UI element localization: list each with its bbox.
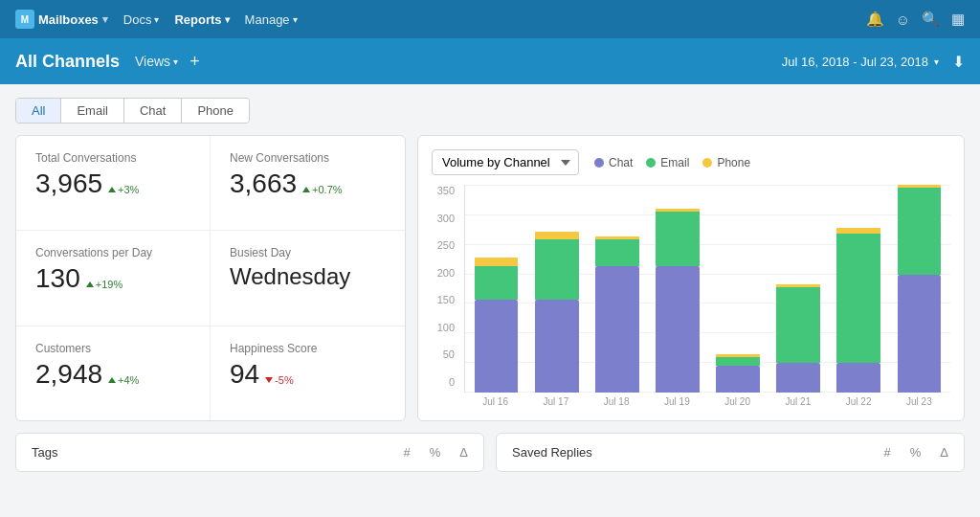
stat-value: 94 [230, 359, 259, 390]
stat-label: Busiest Day [230, 246, 386, 259]
smiley-icon[interactable]: ☺ [896, 11, 910, 28]
up-arrow-icon [302, 187, 310, 192]
chart-type-select[interactable]: Volume by Channel Volume by Assignee Vol… [432, 149, 579, 175]
stat-customers: Customers 2,948 +4% [16, 326, 211, 420]
x-label: Jul 21 [770, 396, 825, 407]
phone-dot [702, 158, 712, 168]
legend-email: Email [646, 156, 689, 169]
bar-phone [475, 258, 519, 266]
chart-panel: Volume by Channel Volume by Assignee Vol… [417, 135, 965, 421]
col-hash: # [404, 445, 411, 460]
legend-chat: Chat [594, 156, 633, 169]
stat-change: +19% [86, 279, 122, 290]
legend-phone: Phone [702, 156, 750, 169]
download-icon[interactable]: ⬇ [952, 53, 965, 71]
stat-busiest-day: Busiest Day Wednesday [211, 231, 405, 326]
table-header: Tags # % Δ [32, 445, 468, 460]
filter-tabs: All Email Chat Phone [15, 98, 250, 124]
col-delta: Δ [940, 445, 948, 460]
bell-icon[interactable]: 🔔 [866, 11, 884, 28]
stat-value: 2,948 [35, 359, 102, 390]
bar-chat [475, 300, 519, 393]
add-button[interactable]: + [189, 52, 200, 72]
legend-label: Chat [609, 156, 633, 169]
stat-happiness-score: Happiness Score 94 -5% [211, 326, 405, 420]
tags-table: Tags # % Δ [15, 433, 484, 472]
stats-panel: Total Conversations 3,965 +3% New Conver… [15, 135, 406, 421]
bottom-row: Tags # % Δ Saved Replies # % Δ [15, 433, 965, 472]
bar-email [776, 287, 820, 363]
bar-email [716, 357, 760, 366]
stat-value-row: 3,965 +3% [35, 169, 190, 199]
bar-email [535, 239, 579, 300]
bar-email [836, 234, 880, 363]
bar-email [475, 266, 519, 300]
bar-group [590, 185, 644, 393]
col-percent: % [910, 445, 922, 460]
stat-value: 3,965 [35, 169, 102, 199]
bar-group [832, 185, 886, 393]
bar-chat [776, 363, 820, 393]
stat-label: Conversations per Day [35, 246, 190, 259]
tab-phone[interactable]: Phone [182, 99, 249, 123]
stat-change: -5% [265, 374, 294, 386]
bar-chat [595, 266, 639, 393]
logo-text: Mailboxes [38, 12, 99, 27]
up-arrow-icon [86, 281, 94, 287]
chart-legend: Chat Email Phone [594, 156, 750, 169]
sub-nav: All Channels Views ▾ + Jul 16, 2018 - Ju… [0, 38, 980, 84]
chat-dot [594, 158, 604, 168]
nav-item-reports[interactable]: Reports ▾ [174, 12, 229, 27]
legend-label: Email [660, 156, 689, 169]
up-arrow-icon [108, 187, 116, 192]
stat-change: +3% [108, 184, 139, 195]
stat-value-row: 2,948 +4% [35, 359, 190, 390]
stat-label: Total Conversations [35, 151, 190, 165]
x-label: Jul 18 [590, 396, 644, 407]
bar-phone [535, 232, 579, 239]
up-arrow-icon [108, 377, 116, 383]
bar-group [892, 185, 947, 393]
chart-header: Volume by Channel Volume by Assignee Vol… [432, 149, 950, 175]
x-label: Jul 23 [892, 396, 947, 407]
page-title: All Channels [15, 52, 120, 72]
bar-email [656, 212, 700, 266]
tab-chat[interactable]: Chat [124, 99, 182, 123]
stat-value-row: 130 +19% [35, 263, 190, 294]
main-content: All Email Chat Phone Total Conversations… [0, 84, 980, 485]
bar-email [595, 239, 639, 266]
stat-value-row: 3,663 +0.7% [230, 169, 386, 199]
stat-value: Wednesday [230, 263, 350, 290]
logo-icon: M [15, 10, 34, 29]
table-cols: # % Δ [404, 445, 468, 460]
col-delta: Δ [459, 445, 468, 460]
col-hash: # [884, 445, 891, 460]
views-button[interactable]: Views ▾ [135, 54, 178, 69]
x-label: Jul 16 [468, 396, 523, 407]
stat-new-conversations: New Conversations 3,663 +0.7% [211, 136, 405, 231]
bar-email [898, 188, 942, 275]
nav-icons: 🔔 ☺ 🔍 ▦ [866, 11, 965, 28]
x-label: Jul 22 [832, 396, 886, 407]
stat-value-row: 94 -5% [230, 359, 386, 390]
stat-conversations-per-day: Conversations per Day 130 +19% [16, 231, 211, 326]
bar-group [650, 185, 704, 393]
email-dot [646, 158, 656, 168]
table-cols: # % Δ [884, 445, 948, 460]
date-range-picker[interactable]: Jul 16, 2018 - Jul 23, 2018 ▾ [782, 55, 939, 69]
tab-all[interactable]: All [16, 99, 61, 123]
stat-value: 130 [35, 263, 80, 294]
nav-item-manage[interactable]: Manage ▾ [245, 12, 298, 27]
search-icon[interactable]: 🔍 [922, 11, 940, 28]
bar-chat [836, 363, 880, 393]
table-title: Tags [32, 445, 57, 460]
stat-label: New Conversations [230, 151, 386, 165]
stat-label: Happiness Score [230, 342, 386, 355]
bars-container: Jul 16 Jul 17 Jul 18 Jul 19 Jul 20 Jul 2… [464, 185, 950, 407]
x-label: Jul 17 [528, 396, 583, 407]
tab-email[interactable]: Email [61, 99, 124, 123]
nav-item-docs[interactable]: Docs ▾ [123, 12, 160, 27]
saved-replies-table: Saved Replies # % Δ [496, 433, 965, 472]
grid-icon[interactable]: ▦ [951, 11, 965, 28]
table-header: Saved Replies # % Δ [512, 445, 948, 460]
